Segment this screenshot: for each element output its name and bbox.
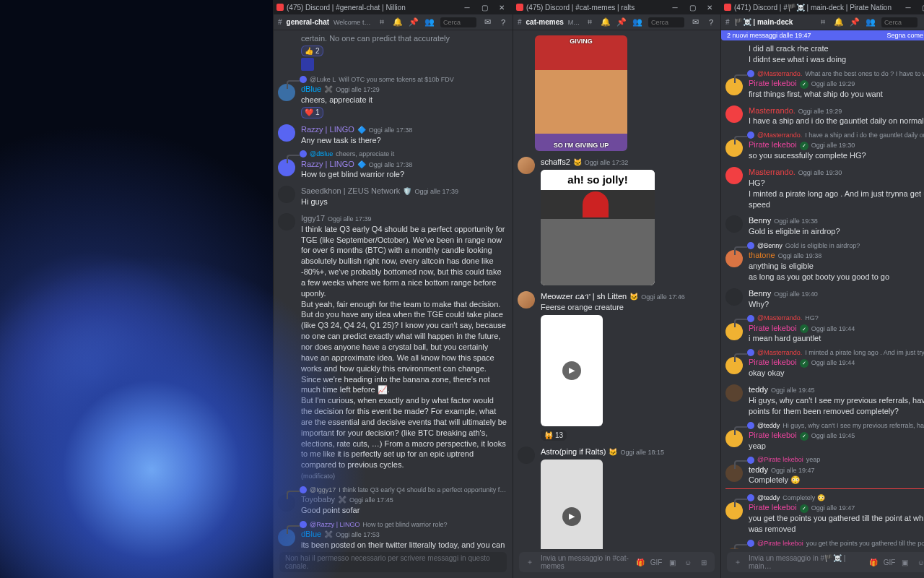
maximize-button[interactable]: ▢: [476, 1, 492, 13]
apps-icon[interactable]: ⊞: [699, 557, 709, 567]
threads-icon[interactable]: ⌗: [585, 17, 595, 27]
sticker-icon[interactable]: ▣: [667, 557, 677, 567]
username[interactable]: Iggy17: [301, 213, 325, 224]
gif-icon[interactable]: GIF: [651, 557, 661, 567]
username[interactable]: dBlue: [301, 84, 321, 95]
message-text: certain. No one can predict that accurat…: [278, 33, 507, 44]
threads-icon[interactable]: ⌗: [377, 17, 387, 27]
avatar[interactable]: [278, 186, 295, 203]
attach-icon[interactable]: ＋: [733, 557, 743, 567]
message-text: cheers, appreciate it: [301, 95, 507, 105]
video-attachment[interactable]: ▶: [541, 315, 603, 426]
channel-name: general-chat: [287, 18, 329, 26]
members-icon[interactable]: 👥: [424, 17, 435, 27]
search-input[interactable]: [648, 17, 684, 27]
minimize-button[interactable]: ─: [459, 1, 475, 13]
reaction[interactable]: 🙀 13: [541, 430, 567, 441]
desktop-wallpaper: [0, 0, 273, 578]
avatar[interactable]: [518, 291, 535, 309]
message: dBlue ✖️ Oggi alle 17:29 cheers, appreci…: [278, 84, 507, 118]
message-list[interactable]: GIVING SO I'M GIVING UP schaffs2 🐱 Oggi …: [513, 30, 720, 549]
new-messages-bar[interactable]: 2 nuovi messaggi dalle 19:47 Segna come …: [721, 30, 924, 40]
search-input[interactable]: [440, 17, 476, 27]
sticker-icon[interactable]: ▣: [900, 557, 910, 567]
search-input[interactable]: [881, 17, 918, 27]
image-attachment[interactable]: ah! so jolly!: [541, 170, 655, 285]
members-icon[interactable]: 👥: [632, 17, 642, 27]
notifications-icon[interactable]: 🔔: [393, 17, 403, 27]
avatar[interactable]: [725, 105, 743, 123]
gift-icon[interactable]: 🎁: [635, 557, 645, 567]
hash-icon: #: [278, 18, 282, 26]
gift-icon[interactable]: 🎁: [868, 557, 879, 567]
message: Razzy | LINGO 🔷 Oggi alle 17:38 Any new …: [278, 124, 507, 146]
notifications-icon[interactable]: 🔔: [834, 17, 844, 27]
inbox-icon[interactable]: ✉: [690, 17, 700, 27]
channel-topic: Welcome to Nillion! This is a…: [334, 19, 372, 26]
avatar[interactable]: [278, 124, 295, 142]
reply-ref[interactable]: @Iggy17 I think late Q3 early Q4 should …: [300, 486, 507, 494]
discord-window-3: (471) Discord | #🏴☠️ | main-deck | Pirat…: [720, 0, 924, 578]
play-icon[interactable]: ▶: [562, 361, 581, 380]
members-icon[interactable]: 👥: [866, 17, 876, 27]
minimize-button[interactable]: ─: [900, 1, 916, 13]
reaction[interactable]: 👍 2: [301, 46, 323, 57]
titlebar[interactable]: (471) Discord | #🏴☠️ | main-deck | Pirat…: [721, 0, 924, 14]
discord-logo-icon: [516, 4, 523, 11]
maximize-button[interactable]: ▢: [918, 1, 924, 13]
reply-ref[interactable]: @dBlue cheers, appreciate it: [300, 150, 507, 158]
help-icon[interactable]: ?: [498, 17, 508, 27]
verified-icon: ✓: [800, 80, 808, 89]
sticker-icon: [301, 58, 314, 71]
close-button[interactable]: ✕: [494, 1, 510, 13]
emoji-icon[interactable]: ☺: [683, 557, 693, 567]
reply-ref[interactable]: @Masterrando. What are the best ones to …: [747, 69, 924, 78]
video-attachment[interactable]: ▶: [541, 460, 603, 549]
image-attachment[interactable]: GIVING SO I'M GIVING UP: [535, 35, 627, 151]
discord-logo-icon: [276, 4, 284, 11]
reaction[interactable]: ❤️ 1: [301, 107, 323, 118]
pin-icon[interactable]: 📌: [409, 17, 419, 27]
emoji-icon[interactable]: ☺: [916, 557, 924, 567]
close-button[interactable]: ✕: [702, 1, 718, 13]
avatar[interactable]: [278, 213, 295, 230]
help-icon[interactable]: ?: [706, 17, 716, 27]
timestamp: Oggi alle 17:29: [336, 85, 380, 94]
titlebar[interactable]: (475) Discord | #cat-memes | ralts ─ ▢ ✕: [513, 0, 720, 14]
username[interactable]: Razzy | LINGO: [301, 124, 354, 135]
reply-ref[interactable]: @Razzy | LINGO How to get blind warrior …: [300, 520, 507, 529]
discord-window-2: (475) Discord | #cat-memes | ralts ─ ▢ ✕…: [513, 0, 720, 578]
pin-icon[interactable]: 📌: [616, 17, 627, 27]
channel-header: # 🏴☠️ | main-deck ⌗ 🔔 📌 👥 ✉ ?: [721, 14, 924, 30]
inbox-icon[interactable]: ✉: [482, 17, 492, 27]
minimize-button[interactable]: ─: [667, 1, 683, 13]
threads-icon[interactable]: ⌗: [818, 17, 828, 27]
message-input[interactable]: ＋ Invia un messaggio in #🏴☠️ | main… 🎁 G…: [727, 552, 924, 572]
hash-icon: #: [725, 18, 730, 26]
hash-icon: #: [518, 18, 522, 26]
window-title: (475) Discord | #general-chat | Nillion: [287, 4, 459, 12]
message-list[interactable]: I did all crack rhe crate I didnt see wh…: [721, 40, 924, 549]
play-icon[interactable]: ▶: [562, 507, 581, 526]
discord-logo-icon: [724, 4, 731, 11]
pin-icon[interactable]: 📌: [850, 17, 860, 27]
notifications-icon[interactable]: 🔔: [601, 17, 611, 27]
avatar[interactable]: [518, 157, 535, 174]
channel-header: # cat-memes MEDIA ONL… ⌗ 🔔 📌 👥 ✉ ?: [513, 14, 720, 30]
attach-icon[interactable]: ＋: [525, 557, 535, 567]
reply-ref[interactable]: @Luke L Will OTC you some tokens at $10b…: [300, 75, 507, 84]
new-messages-divider: NUOVI: [725, 488, 924, 489]
avatar[interactable]: [518, 447, 535, 464]
gif-icon[interactable]: GIF: [884, 557, 894, 567]
username[interactable]: Saeedkhon | ZEUS Network: [301, 186, 400, 197]
message-input[interactable]: ＋ Invia un messaggio in #cat-memes 🎁 GIF…: [519, 552, 715, 572]
titlebar[interactable]: (475) Discord | #general-chat | Nillion …: [274, 0, 513, 14]
channel-header: # general-chat Welcome to Nillion! This …: [274, 14, 513, 30]
maximize-button[interactable]: ▢: [684, 1, 700, 13]
